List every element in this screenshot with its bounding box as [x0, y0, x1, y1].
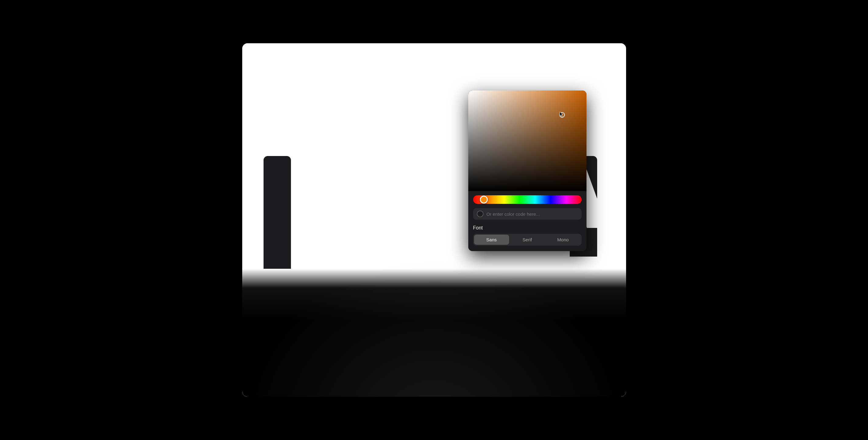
color-picker-panel: Font Sans Serif Mono: [468, 91, 587, 251]
font-tab-mono[interactable]: Mono: [545, 234, 580, 245]
font-tab-sans[interactable]: Sans: [474, 234, 509, 245]
bottom-dark-area: [242, 269, 626, 397]
color-input-row: [473, 208, 582, 220]
app-window: Aa Font: [242, 43, 626, 397]
color-code-input[interactable]: [487, 212, 578, 217]
color-picker-controls: Font Sans Serif Mono: [468, 191, 587, 251]
font-tabs: Sans Serif Mono: [473, 234, 582, 246]
font-section: Font Sans Serif Mono: [473, 225, 582, 246]
hue-slider-container[interactable]: [473, 195, 582, 204]
color-gradient-area[interactable]: [468, 91, 587, 191]
panel-shadow-left: [264, 156, 291, 269]
font-tab-serif[interactable]: Serif: [510, 234, 545, 245]
font-section-label: Font: [473, 225, 582, 231]
color-picker-cursor[interactable]: [558, 111, 564, 117]
hue-slider-thumb[interactable]: [480, 196, 488, 203]
color-swatch-circle: [477, 211, 484, 217]
hue-slider-track[interactable]: [473, 195, 582, 204]
cursor-arrow-icon: [558, 111, 564, 117]
